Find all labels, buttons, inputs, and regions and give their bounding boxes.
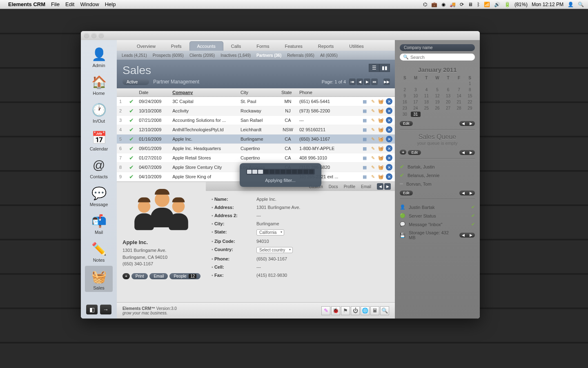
sidebar-item-in/out[interactable]: 🕐 In/Out <box>85 99 113 125</box>
status-row[interactable]: 💾 Storage Usage: 432 MB ◀▶ <box>400 229 475 242</box>
table-row[interactable]: 6 ✔ 09/01/2009 Apple Inc. Headquarters C… <box>117 144 395 153</box>
status-row[interactable]: 🟢 Server Status ✔ <box>400 211 475 220</box>
search-box[interactable]: 🔍 <box>400 54 475 61</box>
cal-day[interactable]: 21 <box>454 99 464 105</box>
queue-edit-btn[interactable]: Edit <box>408 150 421 155</box>
dropbox-icon[interactable]: ⌬ <box>423 2 427 7</box>
active-pill[interactable]: Active <box>122 79 149 85</box>
cal-day[interactable]: 30 <box>400 112 410 117</box>
tab-reports[interactable]: Reports <box>310 41 342 51</box>
tab-prefs[interactable]: Prefs <box>163 41 189 51</box>
tab-forms[interactable]: Forms <box>249 41 277 51</box>
subtab-4[interactable]: Partners (36) <box>256 53 281 58</box>
delete-icon[interactable]: ✕ <box>386 136 392 142</box>
user-row[interactable]: ✔ Bartak, Justin <box>400 162 475 171</box>
cal-day[interactable]: 4 <box>421 87 432 92</box>
battery-icon[interactable]: 🔋 <box>504 2 510 7</box>
edit-icon[interactable]: ✎ <box>370 108 376 114</box>
menu-file[interactable]: File <box>51 1 60 7</box>
add-button[interactable]: + <box>122 273 130 279</box>
col-State[interactable]: State <box>279 88 297 97</box>
volume-icon[interactable]: 🔊 <box>494 2 500 7</box>
sidebar-collapse-btn[interactable]: ◧ <box>86 305 98 314</box>
cal-day[interactable]: 17 <box>411 99 421 105</box>
sidebar-item-calendar[interactable]: 📅 Calendar <box>85 127 113 153</box>
col-Phone[interactable]: Phone <box>297 88 354 97</box>
cal-day[interactable]: 16 <box>400 99 410 105</box>
status-nav[interactable]: ◀▶ <box>459 233 475 238</box>
tab-overview[interactable]: Overview <box>129 41 163 51</box>
company-selector[interactable]: Company name <box>400 44 475 51</box>
cal-day[interactable]: 8 <box>465 87 475 92</box>
cal-day[interactable]: 29 <box>465 105 475 111</box>
field-value[interactable]: California <box>256 229 389 236</box>
col-Company[interactable]: Company <box>170 88 238 97</box>
tab-calls[interactable]: Calls <box>223 41 249 51</box>
status-row[interactable]: 👤 Justin Bartak ✔ <box>400 203 475 211</box>
subtab-2[interactable]: Clients (2095) <box>189 53 215 58</box>
users-edit-btn[interactable]: Edit <box>400 191 413 195</box>
cal-day[interactable]: 10 <box>411 93 421 99</box>
list-view-btn[interactable]: ☰ <box>369 64 379 72</box>
cal-day[interactable]: 26 <box>432 105 443 111</box>
zoom-traffic[interactable] <box>99 33 104 38</box>
bluetooth-icon[interactable]: ᛒ <box>477 2 480 7</box>
cal-day[interactable]: 12 <box>432 93 443 99</box>
sidebar-next-btn[interactable]: → <box>100 305 111 314</box>
delete-icon[interactable]: ✕ <box>386 155 392 161</box>
tool-search-icon[interactable]: 🔍 <box>380 306 389 315</box>
basket-icon[interactable]: 🧺 <box>378 173 384 180</box>
field-value[interactable]: Select country <box>256 247 389 253</box>
cal-day[interactable]: 1 <box>465 81 475 86</box>
col-n7[interactable] <box>354 88 395 97</box>
cal-day[interactable]: 23 <box>400 105 410 111</box>
menu-help[interactable]: Help <box>105 1 116 7</box>
tool-power-icon[interactable]: ⏻ <box>351 306 360 315</box>
table-row[interactable]: 1 ✔ 09/24/2009 3C Capital St. Paul MN (6… <box>117 97 395 106</box>
tool-globe-icon[interactable]: 🌐 <box>361 306 370 315</box>
table-row[interactable]: 3 ✔ 07/21/2008 Accounting Solutions for … <box>117 116 395 125</box>
vcard-icon[interactable]: ▦ <box>361 117 368 123</box>
users-nav[interactable]: ◀▶ <box>459 191 475 195</box>
page-next[interactable]: ▶ <box>364 79 370 85</box>
table-row[interactable]: 7 ✔ 01/27/2010 Apple Retail Stores Cuper… <box>117 153 395 163</box>
basket-icon[interactable]: 🧺 <box>378 98 384 105</box>
user-icon[interactable]: 👤 <box>568 2 574 7</box>
basket-icon[interactable]: 🧺 <box>378 164 384 171</box>
calendar-nav[interactable]: ◀▶ <box>459 121 475 126</box>
vcard-icon[interactable]: ▦ <box>361 145 368 152</box>
detail-tab-docs[interactable]: Docs <box>329 184 338 189</box>
sidebar-item-sales[interactable]: 🧺 Sales <box>85 266 113 292</box>
detail-tab-next[interactable]: ▶ <box>384 183 391 190</box>
delete-icon[interactable]: ✕ <box>386 117 392 123</box>
detail-tab-email[interactable]: Email <box>361 184 371 189</box>
basket-icon[interactable]: 🧺 <box>378 136 384 142</box>
cal-day[interactable]: 20 <box>443 99 453 105</box>
cal-day[interactable]: 14 <box>454 93 464 99</box>
titlebar[interactable] <box>81 31 480 40</box>
cal-day[interactable]: 9 <box>400 93 410 99</box>
queue-nav[interactable]: ◀▶ <box>459 150 475 155</box>
col-n1[interactable] <box>127 88 136 97</box>
delete-icon[interactable]: ✕ <box>386 98 392 105</box>
vcard-icon[interactable]: ▦ <box>361 155 368 161</box>
edit-icon[interactable]: ✎ <box>370 155 376 161</box>
detail-tab-prev[interactable]: ◀ <box>377 183 383 190</box>
col-Date[interactable]: Date <box>136 88 170 97</box>
sidebar-item-contacts[interactable]: @ Contacts <box>85 155 113 181</box>
tab-accounts[interactable]: Accounts <box>189 41 223 51</box>
print-button[interactable]: Print <box>131 273 148 279</box>
minimize-traffic[interactable] <box>91 33 96 38</box>
edit-icon[interactable]: ✎ <box>370 164 376 171</box>
edit-icon[interactable]: ✎ <box>370 145 376 152</box>
table-row[interactable]: 2 ✔ 10/10/2008 Acclivity Rockaway NJ (97… <box>117 106 395 116</box>
search-input[interactable] <box>410 55 472 60</box>
status-row[interactable]: 💬 Message "Inbox" ✔ <box>400 220 475 229</box>
menu-window[interactable]: Window <box>80 1 99 7</box>
vcard-icon[interactable]: ▦ <box>361 108 368 114</box>
detail-tab-profile[interactable]: Profile <box>344 184 355 189</box>
basket-icon[interactable]: 🧺 <box>378 145 384 152</box>
delete-icon[interactable]: ✕ <box>386 145 392 152</box>
email-button[interactable]: Email <box>149 273 168 279</box>
basket-icon[interactable]: 🧺 <box>378 126 384 133</box>
